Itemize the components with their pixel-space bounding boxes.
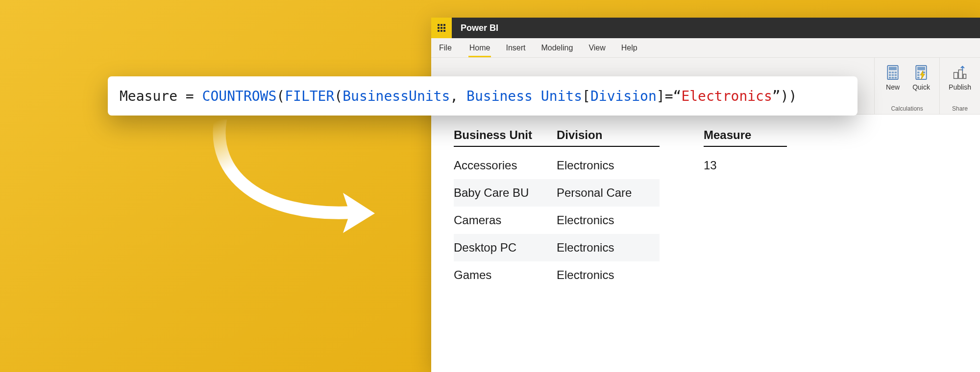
menu-home[interactable]: Home xyxy=(462,38,498,57)
formula-lhs: Measure xyxy=(120,88,177,104)
publish-label: Publish xyxy=(949,83,971,91)
svg-rect-17 xyxy=(954,72,958,78)
measure-value: 13 xyxy=(704,152,787,179)
waffle-icon xyxy=(438,24,445,32)
svg-rect-10 xyxy=(895,77,897,79)
quick-measure-label: Quick xyxy=(912,83,930,91)
ribbon-group-share: Publish Share xyxy=(939,58,980,114)
ribbon-group-calculations: New Quick xyxy=(874,58,939,114)
calculator-lightning-icon xyxy=(912,64,930,81)
formula-column-ref: Division xyxy=(590,88,657,104)
new-measure-button[interactable]: New xyxy=(879,61,907,103)
svg-rect-14 xyxy=(923,71,925,73)
cell-business-unit: Games xyxy=(454,268,557,282)
table-header-division: Division xyxy=(557,128,660,142)
cell-division: Electronics xyxy=(557,241,660,255)
svg-rect-15 xyxy=(917,74,919,76)
annotation-arrow xyxy=(181,119,387,247)
app-title: Power BI xyxy=(461,23,498,33)
svg-rect-6 xyxy=(892,74,894,76)
svg-rect-1 xyxy=(889,67,897,70)
business-units-table: Business Unit Division Accessories Elect… xyxy=(454,128,660,289)
publish-icon xyxy=(951,64,969,81)
cell-division: Electronics xyxy=(557,268,660,282)
menu-file[interactable]: File xyxy=(431,38,462,57)
svg-rect-16 xyxy=(917,77,919,79)
cell-division: Personal Care xyxy=(557,186,660,200)
table-row: Desktop PC Electronics xyxy=(454,234,660,261)
quick-measure-button[interactable]: Quick xyxy=(907,61,935,103)
calculator-icon xyxy=(884,64,902,81)
formula-string-literal: Electronics xyxy=(681,88,772,104)
svg-rect-4 xyxy=(895,71,897,73)
formula-table-ref: Business Units xyxy=(466,88,582,104)
svg-rect-13 xyxy=(917,71,919,73)
measure-output-table: Measure 13 xyxy=(704,128,787,289)
ribbon-group-share-label: Share xyxy=(944,103,976,114)
svg-rect-19 xyxy=(963,74,966,79)
cell-business-unit: Cameras xyxy=(454,213,557,227)
dax-formula-bar[interactable]: Measure = COUNTROWS(FILTER(BusinessUnits… xyxy=(108,76,858,116)
power-bi-window: Power BI File Home Insert Modeling View … xyxy=(431,18,980,372)
cell-business-unit: Baby Care BU xyxy=(454,186,557,200)
table-row: Baby Care BU Personal Care xyxy=(454,179,660,207)
app-launcher-button[interactable] xyxy=(431,18,452,38)
table-row: Games Electronics xyxy=(454,261,660,289)
cell-division: Electronics xyxy=(557,213,660,227)
cell-business-unit: Desktop PC xyxy=(454,241,557,255)
menu-modeling[interactable]: Modeling xyxy=(533,38,581,57)
svg-rect-18 xyxy=(958,70,962,79)
svg-rect-2 xyxy=(889,71,891,73)
ribbon-group-calculations-label: Calculations xyxy=(879,103,935,114)
svg-rect-12 xyxy=(917,67,925,70)
measure-header: Measure xyxy=(704,128,787,147)
table-header-business-unit: Business Unit xyxy=(454,128,557,142)
svg-rect-8 xyxy=(889,77,891,79)
formula-function-countrows: COUNTROWS xyxy=(202,88,277,104)
menu-insert[interactable]: Insert xyxy=(498,38,533,57)
svg-rect-5 xyxy=(889,74,891,76)
menu-help[interactable]: Help xyxy=(613,38,645,57)
formula-function-filter: FILTER xyxy=(285,88,334,104)
report-canvas: Business Unit Division Accessories Elect… xyxy=(431,115,980,302)
menu-bar: File Home Insert Modeling View Help xyxy=(431,38,980,58)
svg-rect-7 xyxy=(895,74,897,76)
formula-table-ref: BusinessUnits xyxy=(343,88,450,104)
cell-division: Electronics xyxy=(557,159,660,172)
title-bar: Power BI xyxy=(431,18,980,38)
menu-view[interactable]: View xyxy=(581,38,613,57)
new-measure-label: New xyxy=(886,83,900,91)
svg-rect-3 xyxy=(892,71,894,73)
cell-business-unit: Accessories xyxy=(454,159,557,172)
table-row: Cameras Electronics xyxy=(454,207,660,234)
table-row: Accessories Electronics xyxy=(454,152,660,179)
publish-button[interactable]: Publish xyxy=(944,61,976,103)
svg-rect-9 xyxy=(892,77,894,79)
